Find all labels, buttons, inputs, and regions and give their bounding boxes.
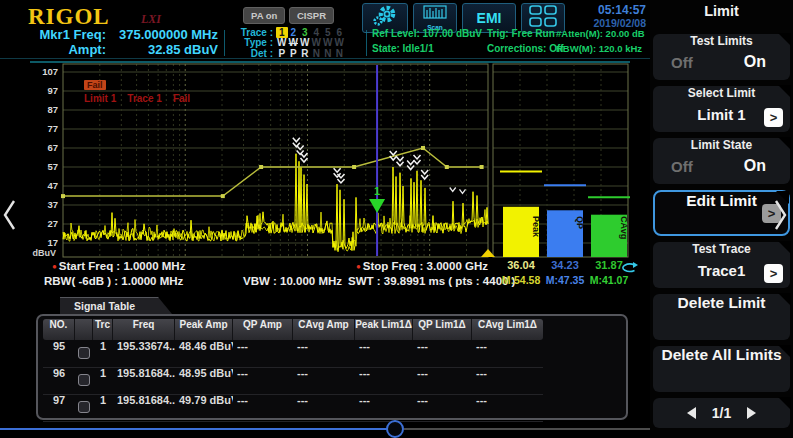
trace-number-chip-6[interactable]: 6 [334,27,346,38]
table-row[interactable]: 961195.81684...48.95 dBuV--------------- [43,367,543,395]
trace-detector-chip-5[interactable]: N [322,48,334,59]
row-checkbox[interactable] [78,374,90,386]
table-row[interactable]: 971195.81684...49.79 dBuV--------------- [43,394,543,422]
trace-info-row-label: Trace : [231,27,273,38]
limit-line-node[interactable] [61,194,65,198]
checkbox-cell[interactable] [75,367,93,394]
softkey-select-limit[interactable]: Select LimitLimit 1> [653,86,790,132]
toggle-on-option[interactable]: On [744,157,766,175]
softkey-edit-limit[interactable]: Edit Limit> [653,190,790,236]
limit-line-node[interactable] [259,165,263,169]
checkbox-cell[interactable] [75,340,93,367]
signal-table-tab[interactable]: Signal Table [60,297,172,314]
marker1-icon[interactable] [369,199,385,213]
trace-detector-chip-3[interactable]: R [299,48,311,59]
splitter-handle[interactable] [386,420,404,438]
trace-info-row-label: Type : [231,37,273,48]
meter-bar-label: CAvg [619,216,629,239]
trace-number-chip-5[interactable]: 5 [322,27,334,38]
cell-no: 95 [43,340,75,367]
spectrum-display[interactable]: 1PeakQPCAvg [30,60,630,258]
softkey-header: Test Trace [653,242,790,260]
cell-qp_lim: --- [413,367,472,394]
trace-type-chip-2[interactable]: W [288,37,300,48]
column-header-NO.[interactable]: NO. [43,319,75,340]
y-axis-tick-label: 77 [32,123,58,134]
cell-cavg_lim: --- [472,394,543,421]
column-header-CAvg Lim1Δ[interactable]: CAvg Lim1Δ [472,319,543,340]
table-row[interactable]: 951195.33674...48.46 dBuV--------------- [43,340,543,368]
softkey-test-limits[interactable]: Test LimitsOffOn [653,34,790,80]
softkey-header: Limit State [653,138,790,156]
column-header-Peak Lim1Δ[interactable]: Peak Lim1Δ [355,319,413,340]
column-header-Freq[interactable]: Freq [113,319,175,340]
trace-detector-chip-4[interactable]: N [311,48,323,59]
cell-qp_amp: --- [233,367,293,394]
pa-on-badge[interactable]: PA on [243,7,285,24]
limit-line-node[interactable] [352,165,356,169]
trace-type-chip-6[interactable]: W [334,37,346,48]
trace-number-chip-1[interactable]: 1 [276,27,288,38]
cell-trc: 1 [93,340,113,367]
cell-trc: 1 [93,367,113,394]
expand-right-chevron-icon[interactable] [772,198,788,236]
prev-page-arrow-icon[interactable] [687,407,696,419]
limit-line-node[interactable] [480,165,484,169]
trace-detector-chip-2[interactable]: P [288,48,300,59]
toggle-off-option[interactable]: Off [671,158,693,175]
cispr-badge[interactable]: CISPR [289,7,334,24]
rbw-readout: RBW( -6dB ) : 1.0000 MHz [44,275,183,287]
limit-line-node[interactable] [445,165,449,169]
trace-info-row: Trace :123456 [231,27,345,38]
cell-cavg_amp: --- [293,340,355,367]
cell-qp_amp: --- [233,340,293,367]
softkey-limit-state[interactable]: Limit StateOffOn [653,138,790,184]
checkbox-cell[interactable] [75,394,93,421]
next-page-arrow-icon[interactable] [747,407,756,419]
toggle-on-option[interactable]: On [744,53,766,71]
submenu-arrow-icon[interactable]: > [764,264,783,283]
limit-line-node[interactable] [421,146,425,150]
toggle-off-option[interactable]: Off [671,54,693,71]
trace-type-chip-3[interactable]: W [299,37,311,48]
cell-freq: 195.81684... [113,367,175,394]
softkey-delete-limit[interactable]: Delete Limit [653,294,790,340]
peak-marker-icon [421,170,428,179]
collapse-left-chevron-icon[interactable] [2,198,18,236]
column-header-QP Amp[interactable]: QP Amp [233,319,293,340]
softkey-delete-all-limits[interactable]: Delete All Limits [653,346,790,392]
softkey-test-trace[interactable]: Test TraceTrace1> [653,242,790,288]
column-header-QP Lim1Δ[interactable]: QP Lim1Δ [413,319,472,340]
cell-peak_amp: 48.46 dBuV [175,340,233,367]
row-checkbox[interactable] [78,401,90,413]
trace-detector-chip-6[interactable]: N [334,48,346,59]
ref-level-readout: Ref Level: 107.00 dBuV [372,28,482,39]
cell-peak_lim: --- [355,367,413,394]
splitter-track-active[interactable] [0,428,388,430]
mkr1-freq-label: Mkr1 Freq: [26,27,106,42]
meter-bar-label: Peak [531,216,541,238]
column-header-select[interactable] [75,319,93,340]
column-header-Peak Amp[interactable]: Peak Amp [175,319,233,340]
trace-type-chip-4[interactable]: W [311,37,323,48]
peak-marker-icon [460,189,466,193]
corrections-readout: Corrections: Off [487,43,564,54]
atten-readout: #Atten(M): 20.00 dB [556,28,645,39]
trace-number-chip-4[interactable]: 4 [311,27,323,38]
start-freq-readout: ●Start Freq : 1.0000 MHz [52,260,185,272]
signal-table-panel: NO.TrcFreqPeak AmpQP AmpCAvg AmpPeak Lim… [36,314,628,420]
trace-number-chip-2[interactable]: 2 [288,27,300,38]
trace-type-chip-1[interactable]: W [276,37,288,48]
clock: 05:14:57 2019/02/08 [566,3,646,29]
submenu-arrow-icon[interactable]: > [764,108,783,127]
column-header-CAvg Amp[interactable]: CAvg Amp [293,319,355,340]
trace-type-chip-5[interactable]: W [322,37,334,48]
limit-line-node[interactable] [221,194,225,198]
readout-divider [224,30,225,56]
column-header-Trc[interactable]: Trc [93,319,113,340]
cell-qp_lim: --- [413,340,472,367]
limit-fail-status: Limit 1 Trace 1 Fail [84,93,190,104]
row-checkbox[interactable] [78,347,90,359]
trace-number-chip-3[interactable]: 3 [299,27,311,38]
trace-detector-chip-1[interactable]: P [276,48,288,59]
